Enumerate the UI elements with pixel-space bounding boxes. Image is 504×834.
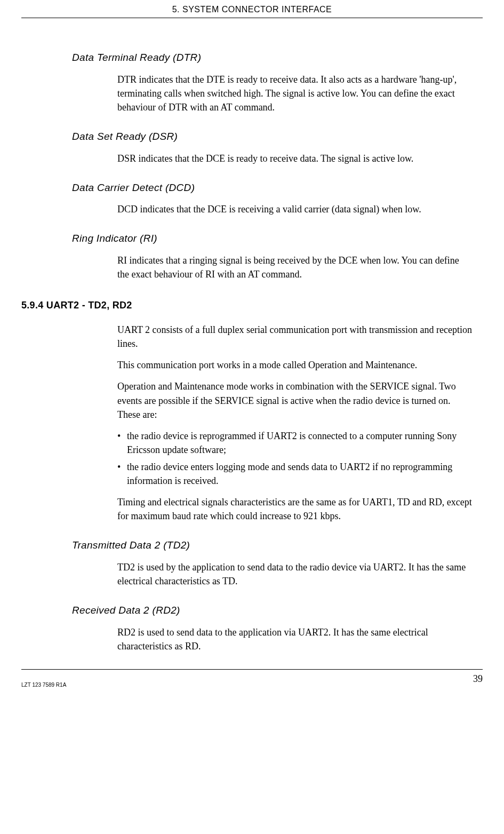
list-item-text: the radio device is reprogrammed if UART… bbox=[127, 429, 472, 457]
heading-rd2: Received Data 2 (RD2) bbox=[72, 603, 483, 618]
paragraph-rd2: RD2 is used to send data to the applicat… bbox=[117, 625, 472, 653]
paragraph-dtr: DTR indicates that the DTE is ready to r… bbox=[117, 73, 472, 114]
heading-td2: Transmitted Data 2 (TD2) bbox=[72, 538, 483, 553]
paragraph-ri: RI indicates that a ringing signal is be… bbox=[117, 253, 472, 281]
page-footer: LZT 123 7589 R1A 39 bbox=[21, 669, 483, 689]
page-number: 39 bbox=[473, 672, 483, 686]
list-item-text: the radio device enters logging mode and… bbox=[127, 460, 472, 488]
heading-dsr: Data Set Ready (DSR) bbox=[72, 129, 483, 144]
list-item: • the radio device is reprogrammed if UA… bbox=[117, 429, 472, 457]
heading-uart2: 5.9.4 UART2 - TD2, RD2 bbox=[21, 298, 483, 312]
paragraph-dcd: DCD indicates that the DCE is receiving … bbox=[117, 202, 472, 216]
doc-id: LZT 123 7589 R1A bbox=[21, 672, 66, 689]
heading-ri: Ring Indicator (RI) bbox=[72, 231, 483, 246]
page: 5. SYSTEM CONNECTOR INTERFACE Data Termi… bbox=[0, 0, 504, 700]
bullet-icon: • bbox=[117, 460, 127, 488]
paragraph-td2: TD2 is used by the application to send d… bbox=[117, 560, 472, 588]
heading-dcd: Data Carrier Detect (DCD) bbox=[72, 180, 483, 195]
paragraph-uart2-1: UART 2 consists of a full duplex serial … bbox=[117, 323, 472, 351]
paragraph-uart2-4: Timing and electrical signals characteri… bbox=[117, 495, 472, 523]
heading-dtr: Data Terminal Ready (DTR) bbox=[72, 50, 483, 65]
chapter-header: 5. SYSTEM CONNECTOR INTERFACE bbox=[21, 0, 483, 18]
bullet-list: • the radio device is reprogrammed if UA… bbox=[117, 429, 472, 488]
paragraph-uart2-2: This communication port works in a mode … bbox=[117, 358, 472, 372]
paragraph-dsr: DSR indicates that the DCE is ready to r… bbox=[117, 152, 472, 165]
list-item: • the radio device enters logging mode a… bbox=[117, 460, 472, 488]
paragraph-uart2-3: Operation and Maintenance mode works in … bbox=[117, 379, 472, 421]
bullet-icon: • bbox=[117, 429, 127, 457]
